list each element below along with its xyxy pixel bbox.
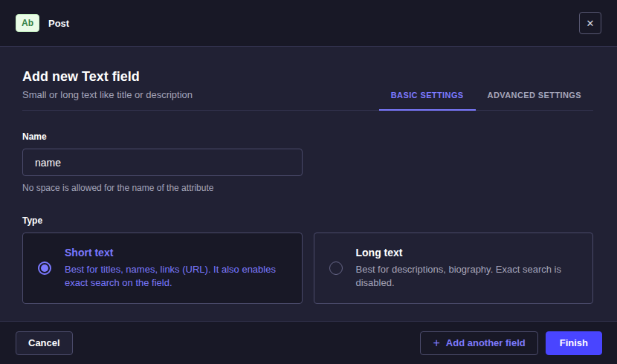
type-label: Type	[22, 215, 42, 226]
option-card-long-text[interactable]: Long text Best for descriptions, biograp…	[314, 233, 594, 304]
title-row: Add new Text field Small or long text li…	[22, 69, 593, 111]
long-text-content: Long text Best for descriptions, biograp…	[356, 247, 579, 289]
close-button[interactable]: ✕	[579, 12, 601, 34]
tab-basic-settings[interactable]: BASIC SETTINGS	[379, 80, 476, 111]
name-input[interactable]	[22, 149, 303, 176]
cancel-button[interactable]: Cancel	[16, 331, 73, 355]
short-text-radio[interactable]	[38, 261, 51, 275]
modal-footer: Cancel + Add another field Finish	[0, 321, 617, 364]
short-text-title: Short text	[65, 247, 288, 259]
short-text-content: Short text Best for titles, names, links…	[65, 247, 288, 289]
dialog-titles: Add new Text field Small or long text li…	[22, 69, 193, 110]
dialog-subtitle: Small or long text like title or descrip…	[22, 89, 193, 100]
long-text-title: Long text	[356, 247, 579, 259]
modal-body: Add new Text field Small or long text li…	[0, 47, 617, 321]
type-field-section: Type Short text Best for titles, names, …	[22, 213, 593, 304]
short-text-description: Best for titles, names, links (URL). It …	[65, 263, 288, 289]
close-icon: ✕	[587, 18, 595, 29]
text-field-type-badge: Ab	[16, 14, 39, 32]
dialog-title: Add new Text field	[22, 69, 193, 85]
name-field-section: Name No space is allowed for the name of…	[22, 129, 593, 193]
tab-advanced-settings[interactable]: ADVANCED SETTINGS	[476, 80, 593, 111]
plus-icon: +	[433, 337, 439, 349]
type-options: Short text Best for titles, names, links…	[22, 233, 593, 304]
name-label: Name	[22, 131, 47, 142]
option-card-short-text[interactable]: Short text Best for titles, names, links…	[22, 233, 303, 304]
settings-tabs: BASIC SETTINGS ADVANCED SETTINGS	[379, 80, 593, 111]
add-another-field-label: Add another field	[446, 337, 526, 348]
long-text-radio[interactable]	[329, 261, 343, 275]
content-type-title: Post	[48, 18, 69, 29]
add-another-field-button[interactable]: + Add another field	[420, 331, 537, 355]
long-text-description: Best for descriptions, biography. Exact …	[356, 263, 579, 289]
finish-button[interactable]: Finish	[546, 331, 602, 355]
name-help-text: No space is allowed for the name of the …	[22, 183, 593, 193]
modal-header: Ab Post ✕	[0, 0, 617, 47]
add-field-modal: Ab Post ✕ Add new Text field Small or lo…	[0, 0, 617, 364]
